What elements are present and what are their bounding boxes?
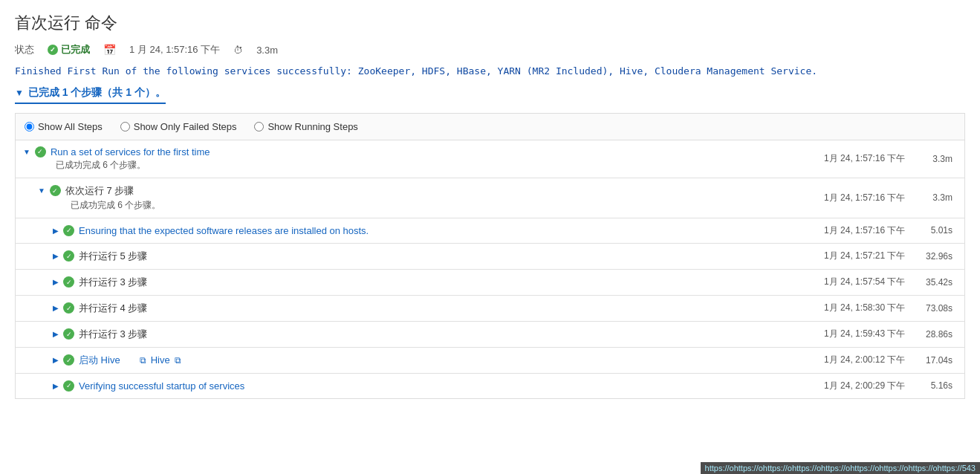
status-value: ✓ 已完成 <box>48 43 90 56</box>
clock-icon: ⏱ <box>233 45 243 56</box>
step-duration: 28.86s <box>913 321 965 347</box>
chevron-right-icon[interactable]: ▶ <box>53 382 59 390</box>
check-icon: ✓ <box>63 302 74 314</box>
calendar-icon: 📅 <box>103 44 116 56</box>
check-icon: ✓ <box>63 354 74 366</box>
check-icon: ✓ <box>63 380 74 392</box>
step-time: 1月 24, 2:00:12 下午 <box>779 347 913 373</box>
table-row: ▶✓启动 Hive⧉Hive⧉1月 24, 2:00:12 下午17.04s <box>16 347 965 373</box>
step-time: 1月 24, 1:57:21 下午 <box>779 243 913 269</box>
chevron-right-icon[interactable]: ▶ <box>53 304 59 312</box>
check-icon: ✓ <box>63 250 74 262</box>
step-time: 1月 24, 1:58:30 下午 <box>779 295 913 321</box>
step-summary-text: 已完成 1 个步骤（共 1 个）。 <box>28 86 166 100</box>
radio-all-input[interactable] <box>25 122 34 132</box>
table-row: ▶✓Ensuring that the expected software re… <box>16 218 965 243</box>
table-row: ▶✓并行运行 5 步骤1月 24, 1:57:21 下午32.96s <box>16 243 965 269</box>
step-summary[interactable]: ▼ 已完成 1 个步骤（共 1 个）。 <box>15 86 166 104</box>
status-label: 状态 <box>15 43 34 56</box>
radio-failed-steps[interactable]: Show Only Failed Steps <box>120 121 237 132</box>
radio-all-label: Show All Steps <box>38 121 103 132</box>
step-name: Run a set of services for the first time <box>51 146 210 158</box>
step-name: 依次运行 7 步骤 <box>65 184 134 198</box>
step-duration: 5.16s <box>913 373 965 398</box>
table-row: ▼✓Run a set of services for the first ti… <box>16 140 965 178</box>
radio-all-steps[interactable]: Show All Steps <box>25 121 103 132</box>
step-duration: 32.96s <box>913 243 965 269</box>
step-sub-text: 已成功完成 6 个步骤。 <box>71 198 772 215</box>
step-name: Ensuring that the expected software rele… <box>79 225 369 236</box>
check-icon: ✓ <box>35 146 46 158</box>
table-row: ▶✓并行运行 3 步骤1月 24, 1:59:43 下午28.86s <box>16 321 965 347</box>
step-time: 1月 24, 2:00:29 下午 <box>779 373 913 398</box>
status-bar: 状态 ✓ 已完成 📅 1 月 24, 1:57:16 下午 ⏱ 3.3m <box>15 43 965 56</box>
chevron-right-icon[interactable]: ▶ <box>53 227 59 235</box>
table-row: ▶✓并行运行 4 步骤1月 24, 1:58:30 下午73.08s <box>16 295 965 321</box>
external-link-icon[interactable]: ⧉ <box>140 355 146 366</box>
hive-link[interactable]: Hive <box>151 354 170 366</box>
check-icon: ✓ <box>50 185 61 196</box>
chevron-right-icon[interactable]: ▶ <box>53 330 59 338</box>
steps-table: ▼✓Run a set of services for the first ti… <box>15 140 965 399</box>
table-row: ▼✓依次运行 7 步骤已成功完成 6 个步骤。1月 24, 1:57:16 下午… <box>16 178 965 218</box>
table-row: ▶✓Verifying successful startup of servic… <box>16 373 965 398</box>
step-duration: 17.04s <box>913 347 965 373</box>
step-duration: 3.3m <box>913 140 965 178</box>
chevron-down-icon[interactable]: ▼ <box>38 186 45 195</box>
chevron-right-icon[interactable]: ▶ <box>53 356 59 364</box>
step-duration: 35.42s <box>913 269 965 295</box>
step-time: 1月 24, 1:57:16 下午 <box>779 218 913 243</box>
info-bar: Finished First Run of the following serv… <box>15 64 965 79</box>
step-name: 并行运行 5 步骤 <box>79 250 147 263</box>
step-name: 并行运行 3 步骤 <box>79 276 147 289</box>
external-link-icon2[interactable]: ⧉ <box>175 355 181 366</box>
step-duration: 3.3m <box>913 178 965 218</box>
table-row: ▶✓并行运行 3 步骤1月 24, 1:57:54 下午35.42s <box>16 269 965 295</box>
chevron-right-icon[interactable]: ▶ <box>53 252 59 260</box>
step-duration: 73.08s <box>913 295 965 321</box>
step-time: 1月 24, 1:57:16 下午 <box>779 140 913 178</box>
step-time: 1月 24, 1:59:43 下午 <box>779 321 913 347</box>
page-title: 首次运行 命令 <box>15 12 965 34</box>
radio-running-input[interactable] <box>254 122 264 132</box>
radio-running-label: Show Running Steps <box>267 121 357 132</box>
check-icon: ✓ <box>63 225 74 236</box>
check-icon: ✓ <box>63 276 74 288</box>
step-name: Verifying successful startup of services <box>79 380 244 392</box>
chevron-right-icon[interactable]: ▶ <box>53 278 59 286</box>
radio-group: Show All Steps Show Only Failed Steps Sh… <box>15 113 965 140</box>
step-time: 1月 24, 1:57:54 下午 <box>779 269 913 295</box>
step-name: 并行运行 3 步骤 <box>79 328 147 341</box>
radio-failed-input[interactable] <box>120 122 130 132</box>
radio-failed-label: Show Only Failed Steps <box>134 121 237 132</box>
chevron-down-icon: ▼ <box>15 88 24 98</box>
status-check-icon: ✓ <box>48 45 58 55</box>
datetime-value: 1 月 24, 1:57:16 下午 <box>129 43 220 56</box>
chevron-down-icon[interactable]: ▼ <box>23 148 30 156</box>
step-duration: 5.01s <box>913 218 965 243</box>
status-text: 已完成 <box>61 43 90 56</box>
radio-running-steps[interactable]: Show Running Steps <box>254 121 357 132</box>
check-icon: ✓ <box>63 328 74 340</box>
step-sub-text: 已成功完成 6 个步骤。 <box>56 158 772 175</box>
step-time: 1月 24, 1:57:16 下午 <box>779 178 913 218</box>
step-name: 启动 Hive <box>79 354 120 367</box>
step-name: 并行运行 4 步骤 <box>79 302 147 315</box>
duration-value: 3.3m <box>256 45 278 56</box>
